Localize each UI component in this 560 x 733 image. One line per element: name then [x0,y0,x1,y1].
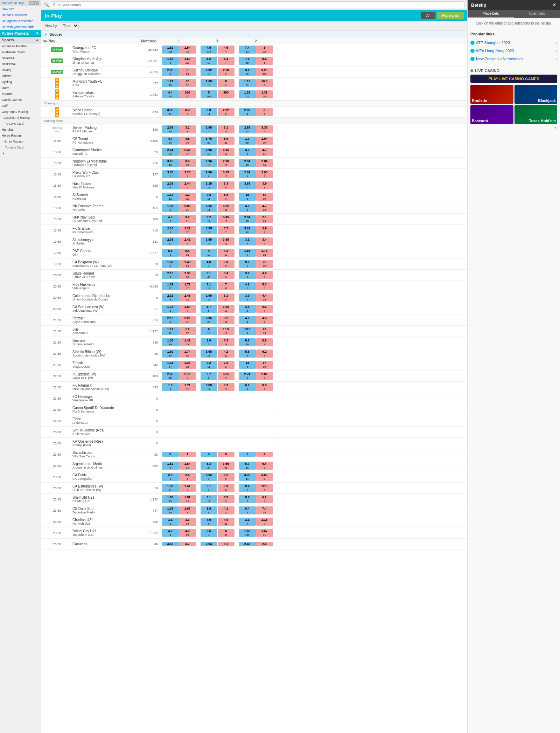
lay-btn[interactable]: 2.82 9 [256,372,273,380]
lay-btn[interactable]: 4.4 7 [218,57,234,65]
row-actions[interactable]: ⋮ [275,127,280,131]
sidebar-item-todays-card-hr[interactable]: Today's Card [0,145,41,151]
row-actions[interactable]: ⋮ [275,452,280,456]
back-btn[interactable]: 2.96 18 [201,293,217,302]
sidebar-item-horse-racing[interactable]: Horse Racing [0,133,41,139]
back-btn[interactable]: 1.22 15 [162,79,179,87]
lay-btn[interactable]: 3.3 20 [179,518,196,526]
lay-btn[interactable]: 3.1 3 [179,125,196,133]
lay-btn[interactable]: 1.75 12 [256,249,273,257]
row-actions[interactable]: ⋮ [275,497,280,501]
back-btn[interactable]: 5.6 4 [201,529,217,537]
back-btn[interactable]: 1.97 2 [162,204,179,212]
back-btn[interactable]: 4.6 7 [201,260,217,268]
sidebar-item-cricket[interactable]: Cricket [0,73,41,79]
row-actions[interactable]: ⋮ [275,542,280,546]
back-btn[interactable]: 3.85 14 [201,383,217,391]
all-button[interactable]: All [421,12,435,19]
bet-for-selection[interactable]: Bet for a selection [0,12,41,18]
lay-btn[interactable]: 4.5 60 [179,529,196,537]
back-btn[interactable]: 4.6 5 [201,518,217,526]
baccarat-card[interactable]: Baccarat [470,105,513,124]
lay-btn[interactable]: 2.36 18 [179,271,196,279]
back-btn[interactable]: 14 8 [239,361,256,369]
back-btn[interactable]: 3.1 32 [239,68,256,76]
back-btn[interactable]: 3.8 9 [201,506,217,514]
back-btn[interactable]: 3.3 24 [201,462,217,470]
lay-btn[interactable]: 3 63 [179,68,196,76]
back-btn[interactable]: 4.5 234 [201,46,217,54]
back-btn[interactable]: 3.55 11 [201,204,217,212]
back-btn[interactable]: 1.17 22 [162,327,179,335]
lay-btn[interactable]: 3.25 364 [256,68,273,76]
back-btn[interactable]: 1.52 136 [162,46,179,54]
lay-btn[interactable]: 2.84 10 [256,159,273,167]
lay-btn[interactable]: 25 32 [256,260,273,268]
row-actions[interactable]: ⋮ [275,509,280,512]
back-btn[interactable]: 5.1 3 [201,484,217,492]
row-actions[interactable]: ⋮ [275,352,280,355]
row-actions[interactable]: ⋮ [275,520,280,524]
lay-btn[interactable]: 1.89 4 [179,305,196,313]
back-btn[interactable]: 2.1 6 [239,518,256,526]
sports-section[interactable]: Sports ▲ [0,37,41,43]
back-btn[interactable]: 7.8 11 [201,193,217,201]
casino-expand-btn[interactable]: ▼ [554,126,557,130]
back-btn[interactable]: 3.75 20 [201,137,217,145]
back-btn[interactable]: 2.36 11 [162,237,179,246]
back-btn[interactable]: 4.2 18 [201,57,217,65]
back-btn[interactable]: 3.15 18 [201,181,217,189]
lay-btn[interactable]: 8.4 1 [256,57,273,65]
sidebar-item-esports[interactable]: Esports [0,91,41,97]
lay-btn[interactable]: 1 [179,452,196,457]
lay-btn[interactable]: 3.15 13 [218,148,234,156]
back-btn[interactable]: 1.62 37 [162,282,179,290]
row-actions[interactable]: ⋮ [275,329,280,333]
back-btn[interactable]: 1.16 32 [239,79,256,87]
row-actions[interactable]: ⋮ [275,251,280,255]
back-btn[interactable]: 4.3 4 [162,529,179,537]
back-btn[interactable]: 3.65 18 [239,226,256,234]
texas-holdem-card[interactable]: Texas Hold'em [514,105,558,124]
lay-btn[interactable]: 6.4 18 [218,338,234,346]
back-btn[interactable]: 1.54 19 [162,495,179,503]
lay-btn[interactable]: 1.31 20 [256,90,273,98]
back-btn[interactable]: 3.05 11 [162,108,179,116]
back-btn[interactable]: 3.9 5 [239,293,256,302]
lay-btn[interactable]: 16.5 5 [256,79,273,87]
lay-btn[interactable]: 1.41 75 [179,338,196,346]
back-btn[interactable]: 2.82 3 [239,170,256,178]
back-btn[interactable]: 2.9 11 [201,108,217,116]
lay-btn[interactable]: 1.2 163 [179,193,196,201]
lay-btn[interactable]: 10.5 12 [218,327,234,335]
back-btn[interactable]: 2.98 7 [201,125,217,133]
lay-btn[interactable]: 3.7 7 [218,226,234,234]
lay-btn[interactable]: 8.8 3 [218,193,234,201]
back-btn[interactable]: 1.82 8 [162,462,179,470]
lay-btn[interactable]: 8 2 [218,79,234,87]
lay-btn[interactable]: 1.94 10 [256,137,273,145]
lay-btn[interactable]: 1.84 24 [179,462,196,470]
lay-btn[interactable]: 390 1 [218,90,234,98]
lay-btn[interactable]: 3.65 36 [218,462,234,470]
popular-link-item-1[interactable]: WTA Hong Kong 2023› [470,47,557,55]
row-actions[interactable]: ⋮ [275,419,280,423]
row-actions[interactable]: ⋮ [275,240,280,243]
row-actions[interactable]: ⋮ [275,340,280,344]
lay-btn[interactable]: 2.1 23 [256,215,273,223]
sidebar-item-gaelic-games[interactable]: Gaelic Games [0,97,41,103]
lay-btn[interactable]: 4.6 8 [256,271,273,279]
row-actions[interactable]: ⋮ [275,206,280,210]
back-btn[interactable]: 3.1 40 [201,271,217,279]
back-btn[interactable]: 3.05 1 [162,170,179,178]
lay-btn[interactable]: 7.4 14 [256,506,273,514]
lay-btn[interactable]: 3.2 11 [179,215,196,223]
back-btn[interactable]: 8.6 26 [239,338,256,346]
lay-btn[interactable]: 3.9 3 [256,181,273,189]
active-markets-section[interactable]: Active Markets ▼ [0,30,41,37]
lay-btn[interactable]: 3.4 6 [256,237,273,246]
back-btn[interactable]: 5 190 [201,90,217,98]
back-btn[interactable]: 1.9 18 [239,137,256,145]
back-btn[interactable]: 4.8 2 [239,305,256,313]
row-actions[interactable]: ⋮ [275,228,280,232]
